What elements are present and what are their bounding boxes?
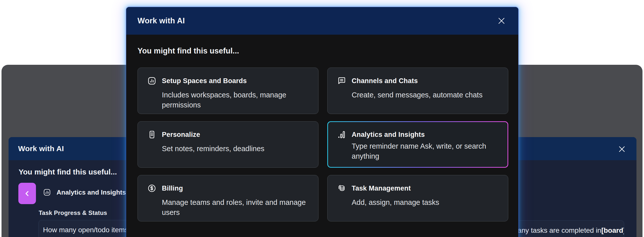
background-close-button[interactable] <box>616 144 627 155</box>
suggestion-card-grid: Setup Spaces and Boards Includes workspa… <box>137 68 508 221</box>
chat-bubble-icon <box>337 76 346 85</box>
dialog-header: Work with AI <box>126 7 518 35</box>
section-heading: You might find this useful... <box>137 46 508 55</box>
card-title: Task Management <box>352 185 411 192</box>
back-button[interactable] <box>18 183 36 204</box>
card-description: Manage teams and roles, invite and manag… <box>162 197 311 217</box>
background-section-heading: You might find this useful... <box>19 168 117 176</box>
card-description: Includes workspaces, boards, manage perm… <box>162 90 311 110</box>
card-title-row: Task Management <box>337 184 500 193</box>
card-title: Analytics and Insights <box>352 131 425 139</box>
chevron-left-icon <box>23 190 31 198</box>
close-icon <box>618 145 626 153</box>
board-chart-icon <box>147 76 156 85</box>
work-with-ai-dialog: Work with AI You might find this useful.… <box>126 7 518 237</box>
dialog-title: Work with AI <box>137 16 185 25</box>
card-personalize[interactable]: Personalize Set notes, reminders, deadli… <box>137 121 318 168</box>
card-title: Setup Spaces and Boards <box>162 77 247 85</box>
card-title-row: Personalize <box>147 130 311 139</box>
card-task-management[interactable]: Task Management Add, assign, manage task… <box>327 175 508 221</box>
background-dialog-title: Work with AI <box>18 144 64 153</box>
screen: Work with AI You might find this useful.… <box>0 0 644 237</box>
card-description: Set notes, reminders, deadlines <box>162 144 311 154</box>
close-button[interactable] <box>496 15 507 26</box>
card-setup-spaces-and-boards[interactable]: Setup Spaces and Boards Includes workspa… <box>137 68 318 114</box>
subsection-label: Task Progress & Status <box>39 209 107 216</box>
suggestion-bold: [board] <box>601 226 624 234</box>
category-label: Analytics and Insights <box>57 189 126 196</box>
card-title: Channels and Chats <box>352 77 418 85</box>
dollar-circle-icon <box>147 184 156 193</box>
card-channels-and-chats[interactable]: Channels and Chats Create, send messages… <box>327 68 508 114</box>
card-description: Create, send messages, automate chats <box>352 90 500 100</box>
card-analytics-and-insights[interactable]: Analytics and Insights Type reminder nam… <box>327 121 508 168</box>
suggestion-text: How many open/todo items <box>43 226 128 234</box>
card-title-row: Analytics and Insights <box>337 130 500 139</box>
card-description: Add, assign, manage tasks <box>352 197 500 207</box>
note-icon <box>147 130 156 139</box>
category-row[interactable]: Analytics and Insights <box>43 188 126 196</box>
database-icon <box>337 184 346 193</box>
card-description: Type reminder name Ask, write, or search… <box>352 141 500 161</box>
dialog-body: You might find this useful... Setup Spac… <box>126 35 518 221</box>
card-title-row: Setup Spaces and Boards <box>147 76 311 85</box>
card-title: Personalize <box>162 131 200 139</box>
card-title-row: Channels and Chats <box>337 76 500 85</box>
card-billing[interactable]: Billing Manage teams and roles, invite a… <box>137 175 318 221</box>
board-chart-icon <box>43 188 51 196</box>
signal-bars-icon <box>337 130 346 139</box>
close-icon <box>497 16 506 25</box>
card-title-row: Billing <box>147 184 311 193</box>
card-title: Billing <box>162 185 183 192</box>
